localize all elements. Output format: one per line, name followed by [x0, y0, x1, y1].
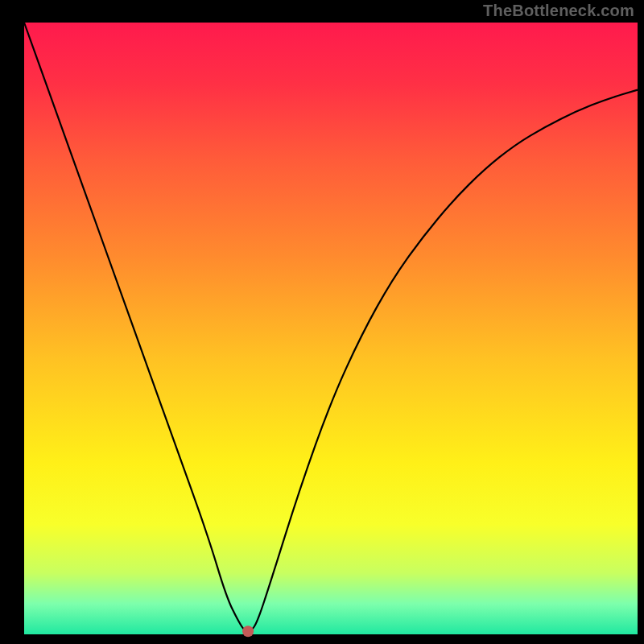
optimal-point-marker	[242, 625, 254, 637]
chart-frame: TheBottleneck.com	[0, 0, 644, 644]
bottleneck-chart	[0, 0, 644, 644]
gradient-background	[24, 23, 638, 634]
